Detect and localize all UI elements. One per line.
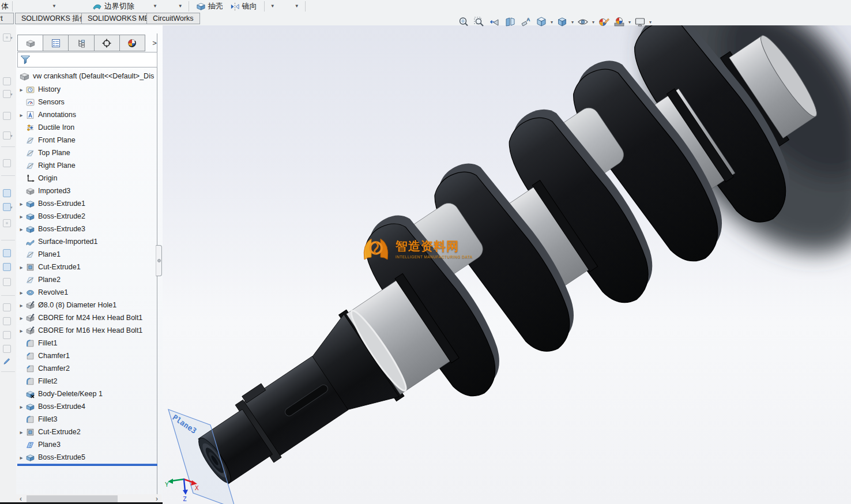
tree-item[interactable]: ▸ Fillet2 [17,375,157,388]
tree-item[interactable]: ▸ Revolve1 [17,286,157,299]
tree-item[interactable]: ▸ Boss-Extrude4 [17,400,157,413]
dropdown-caret-icon[interactable]: ▾ [592,20,594,25]
left-toolbar-icon[interactable] [3,203,11,211]
tab-displaymanager[interactable] [120,35,145,51]
panel-flyout-arrow[interactable]: > [150,35,159,51]
tab-dimxpert-cut[interactable]: pert [0,13,14,24]
edit-pencil-icon[interactable] [2,358,11,366]
edit-appearance-icon[interactable] [597,16,610,28]
tree-item[interactable]: ▸ Boss-Extrude2 [17,210,157,223]
expand-arrow-icon[interactable]: ▸ [17,328,25,334]
expand-arrow-icon[interactable]: ▸ [17,264,25,270]
left-toolbar-icon[interactable] [3,331,11,339]
ribbon-button-fragment[interactable]: 体 [1,1,9,12]
tree-item[interactable]: ▸ Chamfer2 [17,362,157,375]
view-orientation-icon[interactable] [535,16,548,28]
scrollbar-thumb[interactable] [27,495,118,502]
expand-arrow-icon[interactable]: ▸ [17,213,25,220]
annotation-view-icon[interactable]: A [519,16,532,28]
tree-item[interactable]: ▸ Plane3 [17,438,157,451]
tab-featuremanager-tree[interactable] [18,35,43,51]
tab-circuitworks[interactable]: CircuitWorks [146,13,200,24]
tree-item[interactable]: ▸ Sensors [17,96,157,108]
tree-item[interactable]: ▸ Ductile Iron [17,121,157,134]
tree-root-item[interactable]: vw crankshaft (Default<<Default>_Dis [17,69,157,83]
tree-item[interactable]: ▸ Origin [17,172,157,185]
tree-item[interactable]: ▸ Cut-Extrude2 [17,426,157,438]
tree-item[interactable]: ▸ CBORE for M24 Hex Head Bolt1 [17,311,157,324]
left-toolbar-icon[interactable] [3,33,11,42]
tree-item[interactable]: ▸ Plane1 [17,248,157,261]
left-toolbar-icon[interactable] [3,317,11,325]
left-toolbar-icon[interactable] [3,219,11,227]
expand-arrow-icon[interactable]: ▸ [17,315,25,321]
boundary-cut-button[interactable]: 边界切除 [89,1,138,13]
expand-arrow-icon[interactable]: ▸ [17,289,25,296]
tree-item[interactable]: ▸ Right Plane [17,159,157,172]
expand-arrow-icon[interactable]: ▸ [17,302,25,309]
left-toolbar-icon[interactable] [3,278,11,286]
left-toolbar-icon[interactable] [3,303,11,311]
left-toolbar-icon[interactable] [3,189,11,197]
tree-item[interactable]: ▸ Ø8.0 (8) Diameter Hole1 [17,299,157,311]
tree-item[interactable]: ▸ Surface-Imported1 [17,235,157,248]
tree-item[interactable]: ▸ CBORE for M16 Hex Head Bolt1 [17,324,157,337]
dropdown-caret-icon[interactable]: ▼ [268,4,277,9]
tab-configurationmanager[interactable] [69,35,94,51]
tree-item[interactable]: ▸ History [17,83,157,96]
previous-view-icon[interactable] [488,16,501,28]
expand-arrow-icon[interactable]: ▸ [17,86,25,93]
tree-item[interactable]: ▸ Fillet3 [17,413,157,426]
display-style-icon[interactable] [556,16,568,28]
dropdown-caret-icon[interactable]: ▾ [571,20,574,25]
dropdown-caret-icon[interactable]: ▾ [10,92,13,97]
dropdown-caret-icon[interactable]: ▾ [551,20,553,25]
expand-arrow-icon[interactable]: ▸ [17,201,25,207]
tree-item[interactable]: ▸ Cut-Extrude1 [17,261,157,273]
mirror-button[interactable]: 镜向 [227,1,261,13]
dropdown-caret-icon[interactable]: ▼ [150,4,160,9]
zoom-to-area-icon[interactable] [473,16,485,28]
shell-button[interactable]: 抽壳 [193,1,227,13]
view-settings-icon[interactable] [634,16,646,28]
hide-show-items-icon[interactable] [577,16,589,28]
left-toolbar-icon[interactable] [3,345,11,353]
left-toolbar-icon[interactable] [3,131,11,140]
left-toolbar-icon[interactable] [3,112,11,120]
section-view-icon[interactable] [504,16,517,28]
tree-item[interactable]: ▸ Boss-Extrude5 [17,451,157,464]
tree-item[interactable]: ▸ Boss-Extrude3 [17,223,157,235]
dropdown-caret-icon[interactable]: ▾ [10,134,13,138]
tree-item[interactable]: ▸ Front Plane [17,134,157,146]
expand-arrow-icon[interactable]: ▸ [17,429,25,435]
apply-scene-icon[interactable] [613,16,626,28]
tab-dimxpertmanager[interactable] [95,35,120,51]
expand-arrow-icon[interactable]: ▸ [17,404,25,410]
tree-item[interactable]: ▸ Boss-Extrude1 [17,197,157,210]
dropdown-caret-icon[interactable]: ▼ [50,4,59,9]
dropdown-caret-icon[interactable]: ▼ [292,4,302,9]
expand-arrow-icon[interactable]: ▸ [17,112,25,118]
left-toolbar-icon[interactable] [3,77,11,85]
tree-item[interactable]: ▸ Annotations [17,108,157,121]
tree-item[interactable]: ▸ Imported3 [17,185,157,197]
left-toolbar-icon[interactable] [3,263,11,271]
tree-item[interactable]: ▸ Plane2 [17,273,157,286]
dropdown-caret-icon[interactable]: ▾ [10,205,13,210]
tree-item[interactable]: ▸ Chamfer1 [17,349,157,362]
dropdown-caret-icon[interactable]: ▼ [176,4,185,9]
left-toolbar-icon[interactable] [3,249,11,257]
rollback-bar[interactable] [17,464,157,466]
filter-input[interactable] [17,52,157,67]
tree-item[interactable]: ▸ Top Plane [17,146,157,159]
tab-propertymanager[interactable] [43,35,69,51]
left-toolbar-icon[interactable] [3,159,11,167]
zoom-to-fit-icon[interactable] [457,16,470,28]
dropdown-caret-icon[interactable]: ▾ [649,20,652,25]
expand-arrow-icon[interactable]: ▸ [17,226,25,232]
tree-item[interactable]: ▸ Body-Delete/Keep 1 [17,388,157,400]
expand-arrow-icon[interactable]: ▸ [17,454,25,461]
tree-item[interactable]: ▸ Fillet1 [17,337,157,349]
left-toolbar-icon[interactable] [3,90,11,98]
panel-splitter-grip[interactable] [156,245,162,276]
